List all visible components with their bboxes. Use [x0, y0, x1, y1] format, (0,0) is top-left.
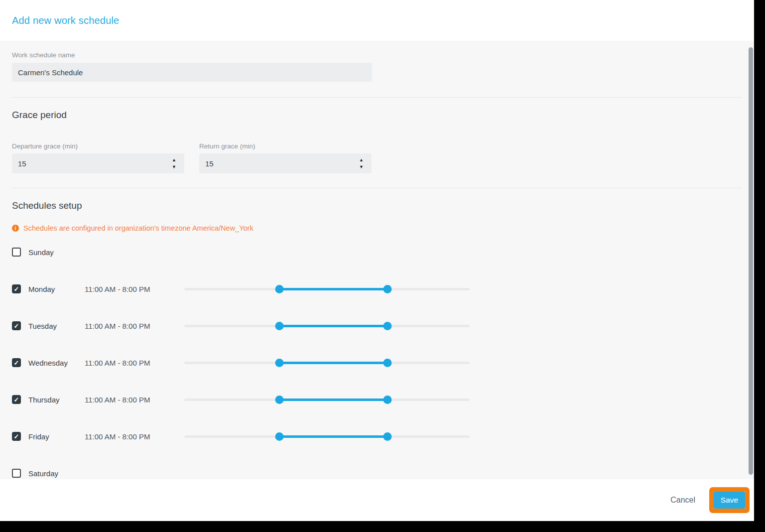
work-schedule-name-input[interactable]	[12, 63, 372, 82]
day-label: Sunday	[28, 248, 54, 257]
day-row-friday: ✓ Friday 11:00 AM - 8:00 PM	[12, 429, 742, 444]
day-time-range: 11:00 AM - 8:00 PM	[85, 432, 150, 441]
day-row-thursday: ✓ Thursday 11:00 AM - 8:00 PM	[12, 392, 742, 407]
slider-end-handle[interactable]	[383, 396, 391, 404]
day-row-monday: ✓ Monday 11:00 AM - 8:00 PM	[12, 281, 742, 296]
slider-selected-range	[279, 325, 387, 327]
return-grace-input[interactable]	[199, 153, 372, 173]
save-button[interactable]: Save	[714, 492, 745, 509]
time-range-slider	[184, 281, 470, 296]
work-schedule-dialog: Add new work schedule Work schedule name…	[0, 0, 754, 521]
spinner-down-icon[interactable]: ▼	[172, 165, 176, 169]
slider-start-handle[interactable]	[275, 432, 283, 441]
slider-start-handle[interactable]	[275, 396, 283, 404]
checkmark-icon: ✓	[14, 323, 19, 329]
schedules-setup-heading: Schedules setup	[12, 200, 742, 212]
day-label: Monday	[28, 285, 55, 293]
day-label: Friday	[28, 432, 49, 441]
time-range-slider	[184, 318, 470, 333]
cancel-button[interactable]: Cancel	[670, 496, 695, 505]
slider-start-handle[interactable]	[275, 359, 283, 367]
slider-start-handle[interactable]	[275, 285, 283, 293]
departure-grace-label: Departure grace (min)	[12, 142, 184, 150]
day-time-range: 11:00 AM - 8:00 PM	[85, 322, 150, 330]
checkmark-icon: ✓	[14, 286, 19, 292]
slider-end-handle[interactable]	[383, 359, 391, 367]
tuesday-checkbox[interactable]: ✓	[12, 321, 21, 330]
spinner-up-icon[interactable]: ▲	[172, 158, 176, 162]
return-grace-field: Return grace (min) ▲ ▼	[199, 142, 372, 173]
slider-end-handle[interactable]	[383, 322, 391, 330]
vertical-scrollbar-thumb[interactable]	[749, 47, 753, 475]
day-label: Thursday	[28, 396, 60, 404]
day-row-wednesday: ✓ Wednesday 11:00 AM - 8:00 PM	[12, 355, 742, 370]
dialog-header: Add new work schedule	[0, 0, 754, 41]
departure-grace-input[interactable]	[12, 153, 184, 173]
slider-selected-range	[279, 399, 387, 401]
timezone-warning-text: Schedules are configured in organization…	[23, 224, 254, 232]
divider	[12, 188, 742, 188]
save-button-highlight-ring: Save	[709, 487, 750, 513]
day-label: Saturday	[28, 469, 58, 478]
day-row-saturday: ✓ Saturday	[12, 466, 742, 479]
return-grace-label: Return grace (min)	[199, 142, 372, 150]
dialog-footer: Cancel Save	[0, 479, 754, 521]
checkmark-icon: ✓	[14, 360, 19, 366]
slider-selected-range	[279, 435, 387, 438]
monday-checkbox[interactable]: ✓	[12, 284, 21, 293]
departure-grace-input-wrap: ▲ ▼	[12, 153, 184, 173]
checkmark-icon: ✓	[14, 397, 19, 403]
divider	[12, 97, 742, 98]
spinner-up-icon[interactable]: ▲	[359, 158, 364, 162]
return-grace-spinners: ▲ ▼	[359, 153, 364, 173]
slider-selected-range	[279, 362, 387, 364]
day-time-range: 11:00 AM - 8:00 PM	[85, 396, 150, 404]
return-grace-input-wrap: ▲ ▼	[199, 153, 372, 173]
checkmark-icon: ✓	[14, 433, 19, 440]
grace-period-heading: Grace period	[12, 110, 742, 122]
screenshot-frame: Add new work schedule Work schedule name…	[0, 0, 765, 532]
friday-checkbox[interactable]: ✓	[12, 432, 21, 441]
departure-grace-field: Departure grace (min) ▲ ▼	[12, 142, 184, 173]
time-range-slider	[184, 355, 470, 370]
day-row-sunday: ✓ Sunday	[12, 245, 742, 260]
spinner-down-icon[interactable]: ▼	[359, 165, 364, 169]
sunday-checkbox[interactable]: ✓	[12, 248, 21, 257]
day-label: Wednesday	[28, 359, 68, 367]
work-schedule-name-label: Work schedule name	[12, 51, 742, 59]
day-label: Tuesday	[28, 322, 57, 330]
timezone-warning: i Schedules are configured in organizati…	[12, 224, 742, 233]
time-range-slider	[184, 429, 470, 444]
slider-selected-range	[279, 288, 387, 290]
slider-start-handle[interactable]	[275, 322, 283, 330]
slider-end-handle[interactable]	[383, 432, 391, 441]
wednesday-checkbox[interactable]: ✓	[12, 358, 21, 367]
grace-fields-row: Departure grace (min) ▲ ▼ Return grace (…	[12, 142, 742, 173]
time-range-slider	[184, 392, 470, 407]
saturday-checkbox[interactable]: ✓	[12, 469, 21, 478]
days-list: ✓ Sunday ✓ Monday 11:00 AM - 8:00 PM ✓	[12, 245, 742, 479]
dialog-title: Add new work schedule	[12, 15, 119, 26]
thursday-checkbox[interactable]: ✓	[12, 395, 21, 404]
departure-grace-spinners: ▲ ▼	[172, 153, 176, 173]
dialog-body: Work schedule name Grace period Departur…	[0, 41, 754, 479]
day-time-range: 11:00 AM - 8:00 PM	[85, 359, 150, 367]
slider-end-handle[interactable]	[383, 285, 391, 293]
day-time-range: 11:00 AM - 8:00 PM	[85, 285, 150, 293]
info-icon: i	[12, 225, 19, 232]
day-row-tuesday: ✓ Tuesday 11:00 AM - 8:00 PM	[12, 318, 742, 333]
